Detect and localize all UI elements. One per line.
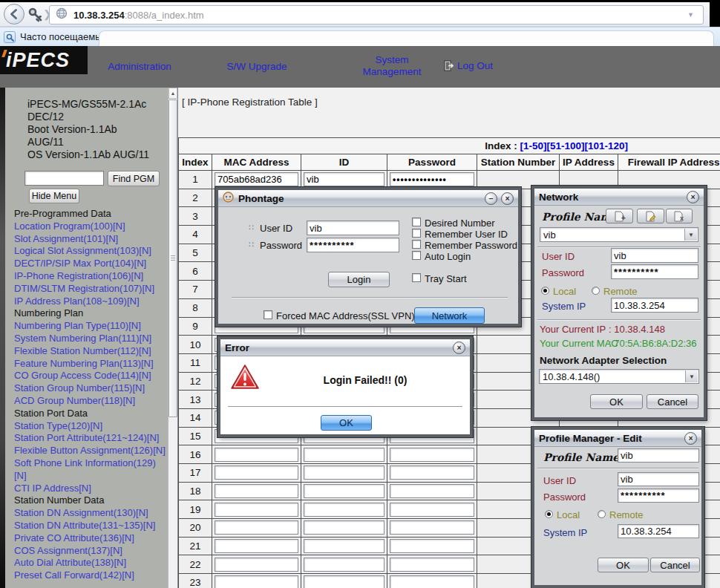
phontage-titlebar[interactable]: Phontage – × bbox=[218, 190, 518, 207]
profile-name-field[interactable] bbox=[618, 448, 699, 463]
sidebar-item[interactable]: ACD Group Number(118)[N] bbox=[14, 395, 168, 408]
index-link-1-50[interactable]: [1-50] bbox=[520, 140, 547, 151]
mac-address-input[interactable] bbox=[215, 466, 298, 480]
scrollbar-up-icon[interactable]: ▲ bbox=[168, 88, 177, 99]
sidebar-item[interactable]: COS Assignment(137)[N] bbox=[14, 545, 168, 558]
sidebar-item[interactable]: Flexible Station Number(112)[N] bbox=[14, 345, 168, 358]
sidebar-item[interactable]: Station Type(120)[N] bbox=[14, 420, 168, 433]
mac-address-input[interactable] bbox=[215, 503, 298, 517]
checkbox-auto-login[interactable] bbox=[412, 251, 421, 260]
profile-delete-button[interactable]: x bbox=[666, 209, 693, 223]
profile-add-button[interactable]: + bbox=[606, 209, 633, 223]
sidebar-item[interactable]: Preset Call Forward(142)[N] bbox=[14, 569, 168, 582]
close-icon[interactable]: × bbox=[501, 192, 514, 205]
id-input[interactable] bbox=[304, 575, 384, 588]
id-input[interactable] bbox=[304, 503, 384, 517]
password-input[interactable] bbox=[390, 575, 474, 588]
mac-address-input[interactable] bbox=[215, 484, 298, 498]
minimize-icon[interactable]: – bbox=[485, 192, 497, 205]
id-input[interactable] bbox=[304, 558, 384, 572]
id-input[interactable] bbox=[304, 539, 384, 553]
local-radio[interactable] bbox=[541, 287, 549, 295]
system-ip-field[interactable] bbox=[618, 524, 699, 538]
find-pgm-input[interactable] bbox=[24, 171, 104, 186]
mac-address-input[interactable] bbox=[215, 575, 298, 588]
sidebar-item[interactable]: CTI IP Address[N] bbox=[14, 483, 168, 495]
error-titlebar[interactable]: Error × bbox=[220, 339, 470, 356]
remote-radio[interactable] bbox=[598, 510, 606, 518]
sidebar-item[interactable]: CO Group Access Code(114)[N] bbox=[14, 370, 168, 382]
password-input[interactable] bbox=[390, 172, 474, 186]
sidebar-item[interactable]: IP-Phone Registration(106)[N] bbox=[14, 270, 168, 283]
mac-address-input[interactable] bbox=[215, 520, 298, 535]
network-titlebar[interactable]: Network × bbox=[534, 189, 704, 206]
dropdown-arrow-icon[interactable]: ▼ bbox=[685, 370, 698, 382]
cancel-button[interactable]: Cancel bbox=[647, 394, 698, 409]
ok-button[interactable]: OK bbox=[590, 394, 643, 409]
checkbox-remember-password[interactable] bbox=[412, 240, 421, 249]
password-input[interactable] bbox=[390, 484, 474, 498]
local-radio[interactable] bbox=[545, 510, 553, 518]
sidebar-item[interactable]: IP Address Plan(108~109)[N] bbox=[14, 295, 168, 308]
ok-button[interactable]: OK bbox=[598, 558, 649, 572]
password-input[interactable] bbox=[390, 558, 474, 572]
id-input[interactable] bbox=[304, 520, 384, 535]
mac-address-input[interactable] bbox=[215, 172, 298, 186]
password-input[interactable] bbox=[390, 448, 474, 462]
sidebar-item[interactable]: Station DN Attribute(131~135)[N] bbox=[14, 520, 168, 532]
close-icon[interactable]: × bbox=[453, 342, 465, 354]
profile-manager-titlebar[interactable]: Profile Manager - Edit × bbox=[534, 430, 701, 447]
sidebar-item[interactable]: Logical Slot Assignment(103)[N] bbox=[14, 245, 168, 258]
tray-start-checkbox[interactable] bbox=[412, 273, 421, 282]
bookmark-icon[interactable] bbox=[4, 31, 16, 43]
sidebar-scrollbar[interactable]: ▲ bbox=[168, 88, 177, 588]
sidebar-item[interactable]: Station Group Number(115)[N] bbox=[14, 382, 168, 395]
password-input[interactable] bbox=[390, 503, 474, 517]
checkbox-desired-number[interactable] bbox=[412, 218, 421, 226]
sidebar-item[interactable]: Numbering Plan Type(110)[N] bbox=[14, 320, 168, 333]
urlbar-dropdown-icon[interactable]: ▼ bbox=[684, 8, 697, 22]
profile-dropdown[interactable]: vib ▼ bbox=[540, 227, 698, 242]
login-button[interactable]: Login bbox=[328, 272, 390, 287]
id-input[interactable] bbox=[304, 484, 384, 498]
browser-tab[interactable] bbox=[99, 30, 714, 47]
nav-system-management[interactable]: System Management bbox=[347, 54, 436, 78]
cancel-button[interactable]: Cancel bbox=[650, 558, 700, 572]
sidebar-item[interactable]: Flexible Button Assignment(126)[N] bbox=[14, 445, 168, 457]
password-field[interactable] bbox=[307, 238, 399, 252]
close-icon[interactable]: × bbox=[684, 432, 697, 445]
system-ip-field[interactable] bbox=[611, 298, 698, 313]
sidebar-item[interactable]: Slot Assignment(101)[N] bbox=[14, 233, 168, 246]
user-id-field[interactable] bbox=[611, 248, 698, 263]
key-icon[interactable] bbox=[27, 7, 44, 23]
back-button[interactable] bbox=[4, 4, 24, 24]
sidebar-item[interactable]: Private CO Attribute(136)[N] bbox=[14, 532, 168, 545]
profile-edit-button[interactable] bbox=[637, 209, 664, 223]
sidebar-item[interactable]: Auto Dial Attribute(138)[N] bbox=[14, 557, 168, 569]
user-id-field[interactable] bbox=[307, 220, 399, 235]
id-input[interactable] bbox=[304, 466, 384, 480]
dropdown-arrow-icon[interactable]: ▼ bbox=[684, 229, 697, 241]
sidebar-item[interactable]: DTIM/SLTM Registration(107)[N] bbox=[14, 283, 168, 295]
checkbox-remember-user-id[interactable] bbox=[412, 229, 421, 238]
index-link-101-120[interactable]: [101-120] bbox=[585, 140, 629, 151]
hide-menu-button[interactable]: Hide Menu bbox=[29, 189, 79, 203]
address-bar[interactable]: 10.38.3.254:8088/a_index.htm ▼ bbox=[49, 5, 704, 24]
id-input[interactable] bbox=[304, 172, 384, 186]
scrollbar-thumb[interactable] bbox=[168, 99, 177, 417]
ok-button[interactable]: OK bbox=[321, 415, 372, 431]
sidebar-item[interactable]: Station Port Attribute(121~124)[N] bbox=[14, 432, 168, 445]
nav-sw-upgrade[interactable]: S/W Upgrade bbox=[212, 61, 301, 72]
password-input[interactable] bbox=[390, 466, 474, 480]
mac-address-input[interactable] bbox=[215, 558, 298, 572]
password-field[interactable] bbox=[618, 489, 699, 503]
adapter-dropdown[interactable]: 10.38.4.148() ▼ bbox=[539, 369, 699, 384]
find-pgm-button[interactable]: Find PGM bbox=[108, 171, 160, 186]
user-id-field[interactable] bbox=[618, 472, 699, 486]
mac-address-input[interactable] bbox=[215, 539, 298, 553]
nav-log-out[interactable]: Log Out bbox=[444, 60, 493, 71]
remote-radio[interactable] bbox=[592, 287, 600, 295]
password-input[interactable] bbox=[390, 539, 474, 553]
sidebar-item[interactable]: DECT/IP/SIP Max Port(104)[N] bbox=[14, 258, 168, 270]
forced-mac-checkbox[interactable] bbox=[264, 310, 272, 319]
